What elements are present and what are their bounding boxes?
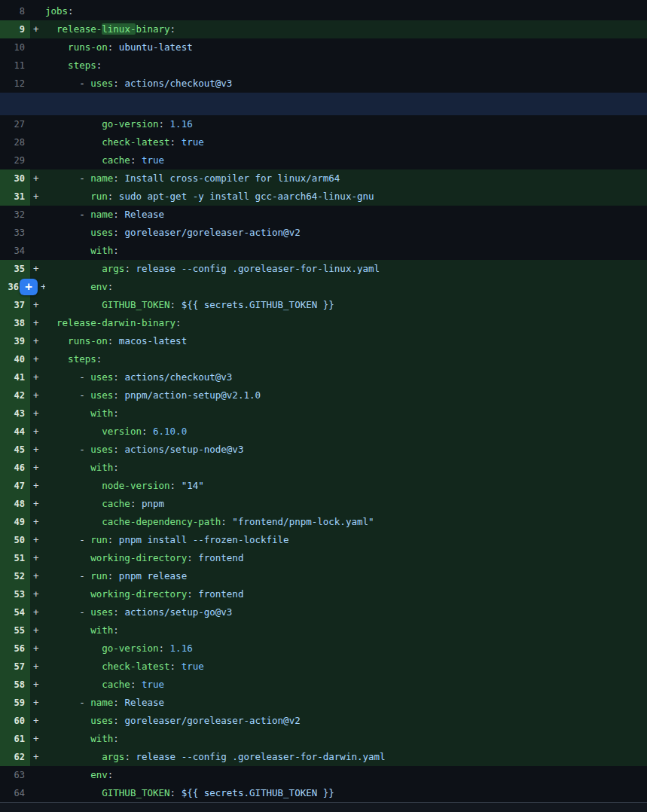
- line-number[interactable]: 37: [0, 296, 30, 314]
- line-number[interactable]: 62: [0, 748, 30, 766]
- diff-line: 38+ release-darwin-binary:: [0, 314, 647, 332]
- code-line: - run: pnpm release: [45, 567, 647, 585]
- code-token: :: [170, 23, 176, 35]
- line-number[interactable]: 43: [0, 404, 30, 423]
- code-token: actions/checkout@v3: [119, 78, 233, 89]
- line-number[interactable]: 61: [0, 730, 30, 748]
- line-number[interactable]: 39: [0, 332, 30, 350]
- code-token: :: [113, 389, 119, 401]
- code-token: -: [45, 570, 90, 582]
- code-line: cache-dependency-path: "frontend/pnpm-lo…: [45, 513, 647, 531]
- line-number[interactable]: 33: [0, 224, 30, 242]
- diff-line: 35+ args: release --config .goreleaser-f…: [0, 260, 647, 278]
- line-number[interactable]: 51: [0, 549, 30, 567]
- line-number[interactable]: 11: [0, 56, 30, 75]
- line-number[interactable]: 42: [0, 386, 30, 404]
- code-token: -: [45, 606, 90, 618]
- diff-line: 12 - uses: actions/checkout@v3: [0, 75, 647, 93]
- diff-marker: +: [30, 368, 45, 386]
- diff-line: 59+ - name: Release: [0, 694, 647, 712]
- diff-line: 30+ - name: Install cross-compiler for l…: [0, 169, 647, 188]
- line-number[interactable]: 64: [0, 784, 30, 802]
- line-number[interactable]: 12: [0, 75, 30, 93]
- line-number[interactable]: 46: [0, 459, 30, 477]
- code-line: cache: true: [45, 676, 647, 694]
- code-line: args: release --config .goreleaser-for-l…: [45, 260, 647, 278]
- code-token: [45, 679, 102, 690]
- code-line: - uses: actions/checkout@v3: [45, 368, 647, 386]
- code-token: -: [45, 534, 90, 545]
- line-number[interactable]: 35: [0, 260, 30, 278]
- line-number[interactable]: 49: [0, 513, 30, 531]
- line-number[interactable]: 58: [0, 676, 30, 694]
- diff-marker: +: [30, 495, 45, 513]
- code-token: Release: [119, 697, 164, 708]
- code-token: frontend: [193, 588, 244, 600]
- line-number[interactable]: 56: [0, 640, 30, 658]
- code-line: with:: [45, 404, 647, 423]
- code-token: :: [113, 227, 119, 238]
- code-token: [45, 661, 102, 672]
- code-token: with: [90, 733, 113, 744]
- line-number[interactable]: 40: [0, 350, 30, 368]
- code-token: [45, 191, 90, 202]
- code-token: -: [45, 371, 90, 383]
- line-number[interactable]: 8: [0, 2, 30, 20]
- add-comment-button[interactable]: +: [20, 279, 38, 295]
- line-number[interactable]: 57: [0, 658, 30, 676]
- line-number[interactable]: 34: [0, 242, 30, 260]
- line-number[interactable]: 27: [0, 115, 30, 133]
- diff-marker: [30, 56, 45, 75]
- line-number[interactable]: 53: [0, 585, 30, 603]
- diff-line: 43+ with:: [0, 404, 647, 423]
- code-token: [45, 733, 90, 744]
- line-number[interactable]: 50: [0, 531, 30, 549]
- code-token: run: [90, 191, 108, 202]
- code-token: go-version: [102, 118, 158, 130]
- code-token: actions/setup-go@v3: [119, 606, 233, 618]
- code-token: [45, 245, 90, 256]
- diff-marker: +: [30, 640, 45, 658]
- code-token: cache: [102, 679, 130, 690]
- line-number[interactable]: 45: [0, 441, 30, 459]
- code-token: :: [108, 769, 114, 780]
- diff-line: 36+ env:+: [0, 278, 647, 296]
- bottom-strip: [0, 803, 647, 812]
- code-line: with:: [45, 621, 647, 640]
- line-number[interactable]: 60: [0, 712, 30, 730]
- code-line: working-directory: frontend: [45, 549, 647, 567]
- code-token: 1.16: [164, 118, 193, 130]
- code-token: :: [175, 317, 182, 328]
- line-number[interactable]: 63: [0, 766, 30, 784]
- line-number[interactable]: 30: [0, 169, 30, 188]
- line-number[interactable]: 28: [0, 133, 30, 151]
- hunk-expander[interactable]: [0, 93, 647, 115]
- line-number[interactable]: 38: [0, 314, 30, 332]
- code-token: jobs: [45, 5, 68, 17]
- line-number[interactable]: 48: [0, 495, 30, 513]
- line-number[interactable]: 31: [0, 188, 30, 206]
- code-token: name: [90, 697, 113, 708]
- code-token: "14": [175, 480, 204, 491]
- code-token: [45, 60, 68, 71]
- line-number[interactable]: 32: [0, 206, 30, 224]
- line-number[interactable]: 52: [0, 567, 30, 585]
- line-number[interactable]: 55: [0, 621, 30, 640]
- line-number[interactable]: 10: [0, 38, 30, 56]
- line-number[interactable]: 59: [0, 694, 30, 712]
- code-token: [45, 643, 102, 654]
- line-number[interactable]: 47: [0, 477, 30, 495]
- line-number[interactable]: 9: [0, 20, 30, 38]
- code-line: env:: [45, 766, 647, 784]
- diff-marker: [30, 75, 45, 93]
- line-number[interactable]: 54: [0, 603, 30, 621]
- line-number[interactable]: 29: [0, 151, 30, 169]
- code-token: pnpm install --frozen-lockfile: [113, 534, 288, 545]
- code-token: [45, 23, 56, 35]
- diff-marker: +: [30, 694, 45, 712]
- code-line: args: release --config .goreleaser-for-d…: [45, 748, 647, 766]
- code-token: [45, 516, 102, 527]
- line-number[interactable]: 44: [0, 423, 30, 441]
- code-token: true: [136, 154, 164, 166]
- line-number[interactable]: 41: [0, 368, 30, 386]
